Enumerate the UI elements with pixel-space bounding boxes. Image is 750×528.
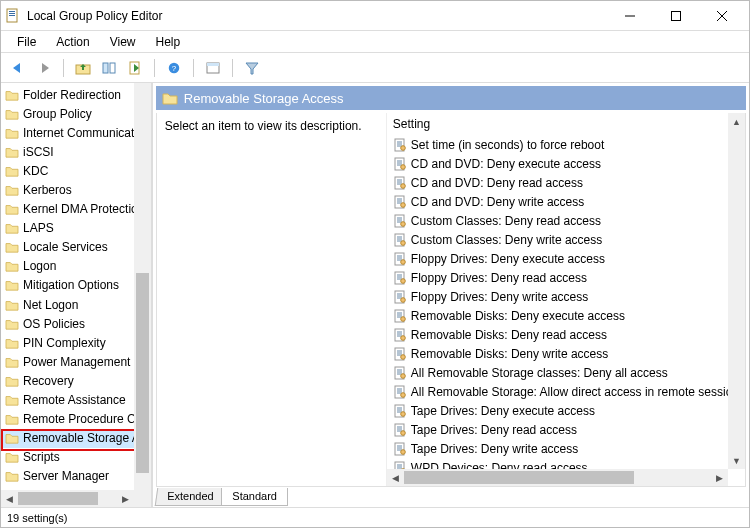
- setting-row[interactable]: Removable Disks: Deny write access: [389, 344, 745, 363]
- properties-button[interactable]: [202, 57, 224, 79]
- setting-row[interactable]: All Removable Storage: Allow direct acce…: [389, 382, 745, 401]
- tree-item[interactable]: Folder Redirection: [1, 85, 151, 104]
- tree-item[interactable]: Remote Assistance: [1, 391, 151, 410]
- menu-action[interactable]: Action: [46, 33, 99, 51]
- tree-item[interactable]: OS Policies: [1, 314, 151, 333]
- settings-hscroll[interactable]: ◀ ▶: [387, 469, 728, 486]
- setting-row[interactable]: All Removable Storage classes: Deny all …: [389, 363, 745, 382]
- tree-item[interactable]: Power Management: [1, 352, 151, 371]
- tree-item[interactable]: Mitigation Options: [1, 276, 151, 295]
- scroll-right-icon[interactable]: ▶: [711, 469, 728, 486]
- policy-icon: [393, 157, 407, 171]
- minimize-button[interactable]: [607, 1, 653, 31]
- policy-icon: [393, 385, 407, 399]
- setting-row[interactable]: Floppy Drives: Deny write access: [389, 287, 745, 306]
- content-body: Select an item to view its description. …: [156, 113, 746, 487]
- tree-item-label: Server Manager: [23, 469, 109, 483]
- setting-row[interactable]: Removable Disks: Deny execute access: [389, 306, 745, 325]
- tree-item[interactable]: Recovery: [1, 371, 151, 390]
- content-tabs: Extended Standard: [156, 486, 749, 506]
- tree-item[interactable]: LAPS: [1, 219, 151, 238]
- setting-row[interactable]: CD and DVD: Deny execute access: [389, 154, 745, 173]
- svg-point-35: [401, 202, 406, 207]
- tree-item[interactable]: Removable Storage Acc: [1, 429, 151, 448]
- filter-button[interactable]: [241, 57, 263, 79]
- setting-label: Tape Drives: Deny write access: [411, 442, 578, 456]
- svg-point-90: [401, 411, 406, 416]
- setting-row[interactable]: CD and DVD: Deny read access: [389, 173, 745, 192]
- settings-column-header[interactable]: Setting: [387, 113, 745, 135]
- show-hide-button[interactable]: [98, 57, 120, 79]
- svg-point-85: [401, 392, 406, 397]
- tree-item[interactable]: Logon: [1, 257, 151, 276]
- setting-row[interactable]: Custom Classes: Deny read access: [389, 211, 745, 230]
- setting-label: Removable Disks: Deny write access: [411, 347, 608, 361]
- settings-hscroll-thumb[interactable]: [404, 471, 634, 484]
- body: Folder RedirectionGroup PolicyInternet C…: [1, 83, 749, 507]
- scroll-up-icon[interactable]: ▲: [728, 113, 745, 130]
- tree-vscroll[interactable]: [134, 83, 151, 507]
- forward-button[interactable]: [33, 57, 55, 79]
- setting-label: All Removable Storage: Allow direct acce…: [411, 385, 745, 399]
- folder-icon: [5, 470, 19, 482]
- scroll-left-icon[interactable]: ◀: [1, 490, 18, 507]
- setting-row[interactable]: Tape Drives: Deny read access: [389, 420, 745, 439]
- setting-row[interactable]: Removable Disks: Deny read access: [389, 325, 745, 344]
- tree-item[interactable]: Group Policy: [1, 104, 151, 123]
- tree-item[interactable]: Internet Communication: [1, 123, 151, 142]
- setting-row[interactable]: Custom Classes: Deny write access: [389, 230, 745, 249]
- help-button[interactable]: ?: [163, 57, 185, 79]
- menu-file[interactable]: File: [7, 33, 46, 51]
- close-button[interactable]: [699, 1, 745, 31]
- policy-icon: [393, 347, 407, 361]
- toolbar-separator: [63, 59, 64, 77]
- tree-item[interactable]: iSCSI: [1, 142, 151, 161]
- tree-item[interactable]: KDC: [1, 161, 151, 180]
- folder-icon: [5, 432, 19, 444]
- menu-view[interactable]: View: [100, 33, 146, 51]
- setting-row[interactable]: Tape Drives: Deny execute access: [389, 401, 745, 420]
- scroll-left-icon[interactable]: ◀: [387, 469, 404, 486]
- tab-extended[interactable]: Extended: [155, 488, 225, 506]
- tree-item[interactable]: Server Manager: [1, 467, 151, 486]
- svg-rect-5: [672, 11, 681, 20]
- setting-row[interactable]: Floppy Drives: Deny execute access: [389, 249, 745, 268]
- folder-icon: [5, 299, 19, 311]
- scroll-down-icon[interactable]: ▼: [728, 452, 745, 469]
- folder-icon: [5, 260, 19, 272]
- setting-row[interactable]: CD and DVD: Deny write access: [389, 192, 745, 211]
- tree-vscroll-thumb[interactable]: [136, 273, 149, 473]
- settings-pane[interactable]: Setting Set time (in seconds) to force r…: [387, 113, 745, 486]
- up-folder-button[interactable]: [72, 57, 94, 79]
- scroll-right-icon[interactable]: ▶: [117, 490, 134, 507]
- tree-item[interactable]: Remote Procedure Call: [1, 410, 151, 429]
- maximize-button[interactable]: [653, 1, 699, 31]
- tree-item-label: OS Policies: [23, 317, 85, 331]
- setting-row[interactable]: Set time (in seconds) to force reboot: [389, 135, 745, 154]
- policy-icon: [393, 176, 407, 190]
- tree-item-label: Internet Communication: [23, 126, 150, 140]
- folder-icon: [5, 89, 19, 101]
- tree-hscroll-thumb[interactable]: [18, 492, 98, 505]
- tree-pane[interactable]: Folder RedirectionGroup PolicyInternet C…: [1, 83, 153, 507]
- tab-standard[interactable]: Standard: [221, 488, 288, 506]
- export-button[interactable]: [124, 57, 146, 79]
- setting-row[interactable]: Tape Drives: Deny write access: [389, 439, 745, 458]
- tree-item[interactable]: PIN Complexity: [1, 333, 151, 352]
- folder-icon: [5, 241, 19, 253]
- menu-help[interactable]: Help: [146, 33, 191, 51]
- back-button[interactable]: [7, 57, 29, 79]
- tree-item[interactable]: Locale Services: [1, 238, 151, 257]
- tree-item[interactable]: Kerberos: [1, 180, 151, 199]
- settings-vscroll[interactable]: ▲ ▼: [728, 113, 745, 469]
- setting-row[interactable]: Floppy Drives: Deny read access: [389, 268, 745, 287]
- tree-item[interactable]: Net Logon: [1, 295, 151, 314]
- policy-icon: [393, 138, 407, 152]
- titlebar[interactable]: Local Group Policy Editor: [1, 1, 749, 31]
- tree-item[interactable]: Scripts: [1, 448, 151, 467]
- toolbar-separator: [154, 59, 155, 77]
- svg-rect-2: [9, 13, 15, 14]
- tree-hscroll[interactable]: ◀ ▶: [1, 490, 134, 507]
- setting-label: CD and DVD: Deny write access: [411, 195, 584, 209]
- tree-item[interactable]: Kernel DMA Protection: [1, 200, 151, 219]
